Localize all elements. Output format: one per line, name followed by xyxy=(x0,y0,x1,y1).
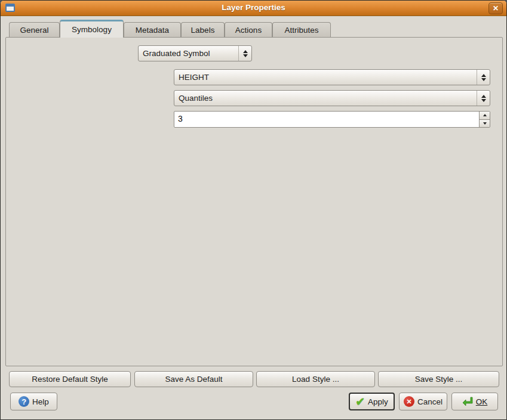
apply-check-icon: ✔ xyxy=(355,395,365,409)
tab-general[interactable]: General xyxy=(9,22,60,37)
combo-arrows-icon xyxy=(477,70,490,85)
load-style-button[interactable]: Load Style ... xyxy=(256,371,375,387)
titlebar[interactable]: Layer Properties ✕ xyxy=(1,1,506,16)
close-button[interactable]: ✕ xyxy=(488,2,503,14)
combo-arrows-icon xyxy=(477,91,490,106)
tab-metadata[interactable]: Metadata xyxy=(124,22,181,37)
tab-attributes[interactable]: Attributes xyxy=(272,22,331,37)
num-classes-spinner[interactable]: 3 xyxy=(174,111,490,128)
layer-properties-dialog: Layer Properties ✕ General Symbology Met… xyxy=(0,0,507,420)
cancel-button[interactable]: ✕ Cancel xyxy=(399,393,447,410)
symbology-panel xyxy=(5,37,503,366)
ok-button[interactable]: OK xyxy=(451,393,498,410)
help-label: Help xyxy=(32,397,49,406)
restore-default-style-button[interactable]: Restore Default Style xyxy=(9,371,131,387)
apply-label: Apply xyxy=(368,397,388,406)
classification-field-select[interactable]: HEIGHT xyxy=(174,69,490,85)
ok-label: OK xyxy=(476,397,488,406)
save-style-button[interactable]: Save Style ... xyxy=(378,371,499,387)
tab-labels[interactable]: Labels xyxy=(181,22,225,37)
spin-up-button[interactable] xyxy=(480,112,490,119)
combo-arrows-icon xyxy=(238,46,251,61)
legend-type-select[interactable]: Graduated Symbol xyxy=(138,45,252,61)
cancel-x-icon: ✕ xyxy=(404,396,414,407)
legend-type-value: Graduated Symbol xyxy=(139,49,238,58)
help-icon: ? xyxy=(19,396,29,407)
apply-button[interactable]: ✔ Apply xyxy=(349,393,395,410)
tab-actions[interactable]: Actions xyxy=(225,22,272,37)
mode-select[interactable]: Quantiles xyxy=(174,90,490,106)
spin-down-button[interactable] xyxy=(480,119,490,128)
save-as-default-button[interactable]: Save As Default xyxy=(134,371,253,387)
close-icon: ✕ xyxy=(493,4,499,13)
cancel-label: Cancel xyxy=(417,397,443,406)
num-classes-value: 3 xyxy=(174,112,479,127)
window-title: Layer Properties xyxy=(1,3,506,12)
tab-symbology[interactable]: Symbology xyxy=(60,20,124,38)
help-button[interactable]: ? Help xyxy=(10,393,57,410)
ok-enter-icon xyxy=(462,397,473,406)
classification-field-value: HEIGHT xyxy=(174,73,477,82)
mode-value: Quantiles xyxy=(174,94,477,103)
